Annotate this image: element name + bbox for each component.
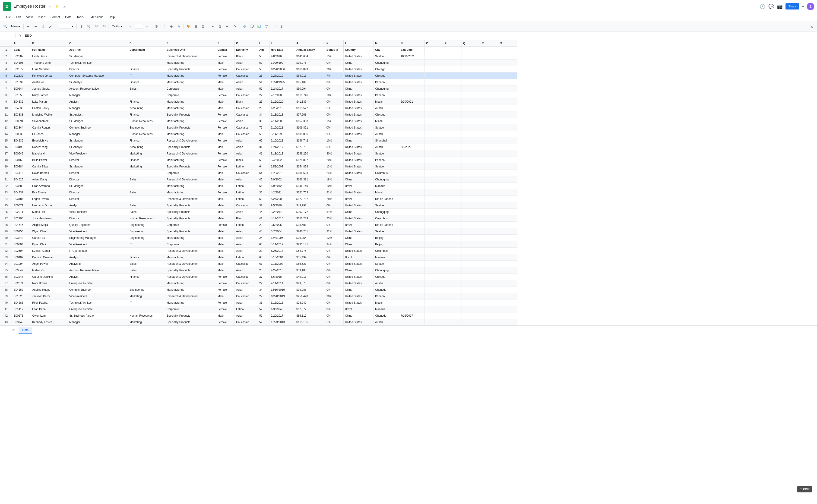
cell-bonus-pct[interactable]: 0% [325, 98, 343, 105]
cell-hire-date[interactable]: 9/5/2019 [269, 202, 295, 209]
row-number[interactable]: 41 [0, 306, 12, 312]
cell-full-name[interactable]: Bella Powell [31, 157, 68, 163]
table-row[interactable]: 14E00530Eli JonesManagerHuman ResourcesM… [0, 131, 518, 137]
cell-full-name[interactable]: Leonardo Dixon [31, 202, 68, 209]
cell-annual-salary[interactable]: $119,746 [295, 92, 325, 98]
cell-reference-input[interactable]: A1 [2, 33, 16, 38]
cell-empty-4[interactable] [499, 118, 518, 124]
cell-business-unit[interactable]: Manufacturing [165, 72, 216, 79]
col-header-p[interactable]: P [443, 40, 462, 47]
menu-format[interactable]: Format [48, 14, 62, 20]
cell-job-title[interactable]: Sr. Manger [68, 137, 128, 144]
cell-eeid[interactable]: E03749 [12, 319, 31, 325]
col-header-k[interactable]: K [325, 40, 343, 47]
row-number[interactable]: 8 [0, 92, 12, 98]
cell-business-unit[interactable]: Manufacturing [165, 287, 216, 293]
history-icon[interactable]: 🕐 [760, 4, 766, 9]
cell-full-name[interactable]: Camila Silva [31, 163, 68, 170]
rotate-button[interactable]: ⟳ [232, 23, 238, 30]
cell-gender[interactable]: Male [216, 267, 235, 274]
cell-age[interactable]: 51 [258, 79, 269, 85]
header-city[interactable]: City [374, 47, 399, 53]
header-q[interactable] [462, 47, 480, 53]
cell-empty-3[interactable] [480, 92, 499, 98]
col-header-o[interactable]: O [425, 40, 443, 47]
cell-country[interactable]: United States [343, 170, 374, 176]
cell-empty-2[interactable] [462, 241, 480, 248]
cell-empty-0[interactable] [425, 202, 443, 209]
cell-full-name[interactable]: Easton Bailey [31, 105, 68, 111]
cell-ethnicity[interactable]: Black [235, 53, 258, 60]
cell-job-title[interactable]: Quality Engineer [68, 222, 128, 228]
cell-bonus-pct[interactable]: 0% [325, 312, 343, 319]
cell-bonus-pct[interactable]: 0% [325, 85, 343, 92]
cell-empty-1[interactable] [443, 137, 462, 144]
cell-annual-salary[interactable]: $113,135 [295, 319, 325, 325]
cell-ethnicity[interactable]: Asian [235, 150, 258, 157]
cell-ethnicity[interactable]: Caucasian [235, 111, 258, 118]
strikethrough-button[interactable]: S [168, 23, 175, 30]
cell-bonus-pct[interactable]: 10% [325, 137, 343, 144]
cell-empty-0[interactable] [425, 267, 443, 274]
table-row[interactable]: 26E02071Mateo HerVice PresidentSalesSpec… [0, 209, 518, 215]
comment-insert-button[interactable]: 💬 [249, 23, 255, 30]
cell-job-title[interactable]: Sr. Manger [68, 163, 128, 170]
cell-department[interactable]: IT [128, 170, 165, 176]
cell-ethnicity[interactable]: Latino [235, 163, 258, 170]
cell-empty-4[interactable] [499, 241, 518, 248]
cell-empty-0[interactable] [425, 254, 443, 261]
cell-hire-date[interactable]: 3/13/2013 [269, 150, 295, 157]
cell-empty-3[interactable] [480, 183, 499, 189]
cell-business-unit[interactable]: Research & Development [165, 274, 216, 280]
row-number[interactable]: 37 [0, 280, 12, 287]
cell-job-title[interactable]: Technical Architect [68, 299, 128, 306]
table-row[interactable]: 21E04625Adam DangDirectorSalesResearch &… [0, 176, 518, 183]
cell-empty-2[interactable] [462, 254, 480, 261]
cell-business-unit[interactable]: Speciality Products [165, 209, 216, 215]
cell-empty-4[interactable] [499, 248, 518, 254]
row-number[interactable]: 9 [0, 98, 12, 105]
cell-hire-date[interactable]: 4/17/2015 [269, 215, 295, 222]
collapse-toolbar-button[interactable]: ∧ [809, 23, 815, 30]
cell-empty-0[interactable] [425, 157, 443, 163]
cell-gender[interactable]: Male [216, 176, 235, 183]
cell-eeid[interactable]: E04332 [12, 98, 31, 105]
cell-eeid[interactable]: E03680 [12, 183, 31, 189]
row-number[interactable]: 24 [0, 196, 12, 202]
cell-bonus-pct[interactable]: 18% [325, 176, 343, 183]
cell-city[interactable]: Seattle [374, 261, 399, 267]
cell-empty-1[interactable] [443, 215, 462, 222]
cell-city[interactable]: Chicago [374, 274, 399, 280]
cell-exit-date[interactable] [399, 287, 425, 293]
cell-department[interactable]: Marketing [128, 319, 165, 325]
cell-bonus-pct[interactable]: 30% [325, 150, 343, 157]
cell-country[interactable]: China [343, 312, 374, 319]
cell-bonus-pct[interactable]: 31% [325, 228, 343, 235]
cell-ethnicity[interactable]: Black [235, 157, 258, 163]
cell-gender[interactable]: Male [216, 228, 235, 235]
cell-empty-3[interactable] [480, 105, 499, 111]
cell-hire-date[interactable]: 1/24/2017 [269, 85, 295, 92]
cell-full-name[interactable]: Robert Yang [31, 144, 68, 150]
cell-exit-date[interactable] [399, 248, 425, 254]
cell-exit-date[interactable] [399, 150, 425, 157]
cell-business-unit[interactable]: Corporate [165, 241, 216, 248]
cell-department[interactable]: IT [128, 72, 165, 79]
table-row[interactable]: 9E04332Luke MartinAnalystFinanceManufact… [0, 98, 518, 105]
header-exitdate[interactable]: Exit Date [399, 47, 425, 53]
cell-annual-salary[interactable]: $99,354 [295, 235, 325, 241]
cell-empty-4[interactable] [499, 111, 518, 118]
cell-empty-4[interactable] [499, 105, 518, 111]
cell-eeid[interactable]: E03549 [12, 267, 31, 274]
header-businessunit[interactable]: Business Unit [165, 47, 216, 53]
cell-gender[interactable]: Male [216, 202, 235, 209]
cell-empty-4[interactable] [499, 137, 518, 144]
cell-business-unit[interactable]: Speciality Products [165, 312, 216, 319]
row-number[interactable]: 16 [0, 144, 12, 150]
cell-country[interactable]: United States [343, 189, 374, 196]
cell-hire-date[interactable]: 1/25/2019 [269, 105, 295, 111]
cell-exit-date[interactable]: 3/9/2020 [399, 144, 425, 150]
cell-country[interactable]: United States [343, 261, 374, 267]
text-color-button[interactable]: A [176, 23, 182, 30]
cell-hire-date[interactable]: 2/5/2005 [269, 222, 295, 228]
